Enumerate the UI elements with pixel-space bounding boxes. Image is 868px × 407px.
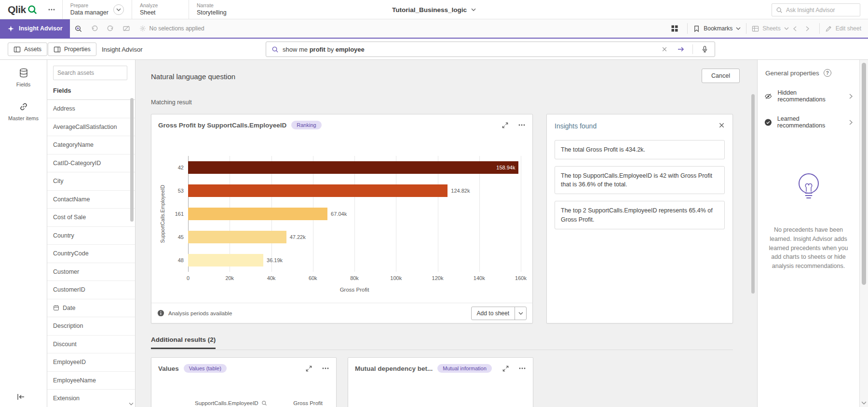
main-scrollbar[interactable] [751, 94, 755, 294]
field-item-description[interactable]: Description [47, 317, 135, 336]
search-assets-input[interactable]: Search assets [53, 66, 127, 80]
ask-insight-advisor-input[interactable]: Ask Insight Advisor [772, 3, 860, 16]
field-item-discount[interactable]: Discount [47, 336, 135, 354]
clear-selections-button[interactable] [119, 21, 134, 36]
bar-value-label: 36.19k [267, 257, 283, 263]
assets-label: Assets [24, 46, 41, 53]
nav-narrate-storytelling[interactable]: Narrate Storytelling [189, 0, 245, 19]
insight-advisor-button[interactable]: Insight Advisor [0, 19, 70, 38]
expand-values-button[interactable] [305, 365, 312, 372]
properties-panel-toggle[interactable]: Properties [48, 42, 96, 56]
field-item-country[interactable]: Country [47, 227, 135, 245]
chevron-down-icon [471, 8, 476, 11]
app-title-menu[interactable]: Tutorial_Business_logic [392, 0, 476, 19]
add-to-sheet-button[interactable]: Add to sheet [471, 307, 527, 320]
nav-section-label: Prepare [70, 2, 108, 9]
field-item-averagecallsatisfaction[interactable]: AverageCallSatisfaction [47, 118, 135, 137]
chart-y-labels: 42531614548 [167, 156, 188, 272]
assets-panel: Search assets Fields AddressAverageCallS… [47, 60, 136, 407]
bar-53[interactable] [188, 184, 448, 197]
assets-panel-toggle[interactable]: Assets [8, 42, 47, 56]
close-icon [719, 122, 725, 128]
page-scrollbar[interactable] [859, 60, 868, 407]
chart-suggestions-button[interactable] [667, 21, 682, 36]
chart-menu-button[interactable] [518, 121, 526, 129]
collapse-panel-button[interactable] [16, 393, 25, 401]
insight-item[interactable]: The total Gross Profit is 434.2k. [555, 140, 725, 159]
selections-back-button[interactable] [87, 21, 102, 36]
tab-divider [151, 350, 733, 350]
more-options-icon [518, 121, 526, 129]
bar-45[interactable] [188, 231, 286, 243]
next-sheet-button[interactable] [802, 23, 813, 34]
clear-query-button[interactable] [658, 43, 671, 56]
chart-bars: 158.94k124.82k67.04k47.22k36.19k [188, 156, 521, 272]
voice-input-button[interactable] [698, 43, 711, 56]
nlq-text[interactable]: show me profit by employee [283, 46, 654, 53]
hidden-recommendations-row[interactable]: Hidden recommendations [758, 83, 859, 109]
insight-item[interactable]: The top SupportCalls.EmployeeID is 42 wi… [555, 166, 725, 194]
selections-forward-button[interactable] [103, 21, 118, 36]
field-item-customerid[interactable]: CustomerID [47, 281, 135, 299]
submit-query-button[interactable] [675, 43, 687, 56]
mutual-menu-button[interactable] [518, 365, 526, 372]
empty-state-text: No precedents have been learned. Insight… [766, 225, 852, 271]
data-manager-dropdown-button[interactable] [113, 4, 124, 15]
field-item-categoryname[interactable]: CategoryName [47, 136, 135, 154]
expand-chart-button[interactable] [502, 122, 509, 129]
global-menu-button[interactable] [41, 0, 62, 19]
bookmarks-menu[interactable]: Bookmarks [693, 25, 741, 32]
help-icon[interactable]: ? [824, 69, 831, 77]
ranking-badge: Ranking [291, 121, 321, 129]
field-item-employeeid[interactable]: EmployeeID [47, 353, 135, 372]
expand-mutual-button[interactable] [502, 365, 509, 372]
field-item-employeename[interactable]: EmployeeName [47, 372, 135, 390]
expand-icon [502, 122, 509, 129]
sheets-menu[interactable]: Sheets [752, 25, 788, 32]
y-tick-label: 53 [167, 179, 188, 202]
field-item-countrycode[interactable]: CountryCode [47, 245, 135, 263]
learned-recommendations-row[interactable]: Learned recommendations [758, 109, 859, 135]
field-item-cost-of-sale[interactable]: Cost of Sale [47, 209, 135, 227]
calendar-icon [53, 305, 59, 311]
field-label: CatID-CategoryID [53, 160, 101, 167]
sheets-icon [752, 25, 759, 32]
field-item-customer[interactable]: Customer [47, 263, 135, 281]
bar-161[interactable] [188, 208, 327, 220]
add-to-sheet-dropdown[interactable] [515, 307, 526, 320]
collapse-left-icon [16, 393, 25, 401]
insight-item[interactable]: The top 2 SupportCalls.EmployeeID repres… [555, 201, 725, 229]
cancel-button[interactable]: Cancel [702, 69, 740, 83]
scroll-down-icon[interactable] [129, 402, 134, 406]
column-search-icon[interactable] [261, 400, 267, 406]
rail-item-fields[interactable]: Fields [0, 60, 47, 94]
previous-sheet-button[interactable] [790, 23, 800, 34]
tab-additional-results[interactable]: Additional results (2) [151, 336, 216, 349]
field-item-catid-categoryid[interactable]: CatID-CategoryID [47, 154, 135, 173]
nav-analyze-sheet[interactable]: Analyze Sheet [132, 0, 189, 19]
scrollbar-thumb[interactable] [862, 63, 866, 285]
insights-title: Insights found [555, 122, 725, 130]
nlq-search-box[interactable]: show me profit by employee [266, 42, 715, 57]
bar-42[interactable]: 158.94k [188, 161, 518, 174]
close-insights-button[interactable] [719, 122, 725, 128]
field-item-city[interactable]: City [47, 172, 135, 191]
rail-item-master-items[interactable]: Master items [0, 94, 47, 127]
field-item-extension[interactable]: Extension [47, 390, 135, 407]
field-item-date[interactable]: Date [47, 299, 135, 318]
assets-scrollbar[interactable] [130, 98, 134, 222]
edit-sheet-button[interactable]: Edit sheet [825, 25, 861, 32]
smart-search-button[interactable] [71, 21, 86, 36]
undo-icon [91, 25, 98, 32]
toolbar-separator [819, 23, 820, 34]
nav-prepare-data-manager[interactable]: Prepare Data manager [62, 0, 132, 19]
more-options-icon [322, 365, 329, 372]
values-menu-button[interactable] [322, 365, 329, 372]
field-item-contactname[interactable]: ContactName [47, 191, 135, 209]
scroll-down-icon[interactable] [861, 401, 867, 405]
insight-advisor-label: Insight Advisor [19, 25, 63, 32]
field-item-address[interactable]: Address [47, 100, 135, 118]
bar-value-label: 47.22k [290, 234, 306, 240]
mutual-dependency-card: Mutual dependency bet... Mutual informat… [348, 357, 533, 407]
bar-48[interactable] [188, 254, 263, 267]
